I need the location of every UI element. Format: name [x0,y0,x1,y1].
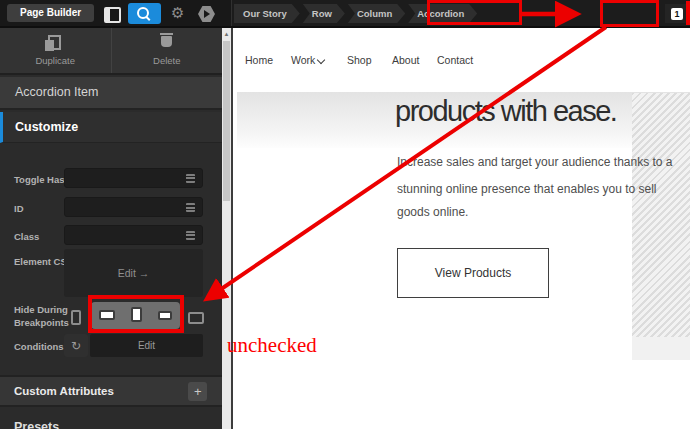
add-attribute-button[interactable]: + [188,382,207,401]
nav-contact[interactable]: Contact [437,54,473,66]
dynamic-content-icon[interactable] [186,231,195,240]
id-label: ID [14,203,24,214]
dynamic-content-icon[interactable] [186,203,195,212]
hero-heading: products with ease. [395,95,616,128]
duplicate-button[interactable]: Duplicate [0,28,112,73]
toggle-hash-input[interactable] [64,168,203,188]
custom-attributes-section: Custom Attributes + [0,375,222,407]
search-icon-handle [146,16,151,21]
view-products-button[interactable]: View Products [397,248,549,298]
delete-label: Delete [112,55,223,66]
chevron-down-icon [317,56,325,64]
toggle-hash-label: Toggle Hash [14,174,70,185]
conditions-edit-button[interactable]: Edit [90,334,203,357]
nav-work[interactable]: Work [291,54,315,66]
sidebar-toggle-fill [106,9,110,21]
breadcrumb-column[interactable]: Column [348,4,405,23]
hero-paragraph-line: goods online. [397,205,468,219]
tablet-landscape-icon [158,311,172,320]
breakpoint-tablet-landscape-button[interactable] [152,307,178,324]
nav-home[interactable]: Home [245,54,273,66]
breakpoint-desktop-button[interactable] [182,302,206,329]
panel-title: Accordion Item [0,77,222,110]
play-glyph [204,10,210,18]
duplicate-icon [48,35,61,50]
breakpoint-selected-group [91,302,180,329]
next-section-label: Presets [14,420,59,429]
sidebar-scrollbar[interactable]: ▲ [222,28,231,429]
hero-paragraph-line: Increase sales and target your audience … [397,155,673,169]
nav-about[interactable]: About [392,54,419,66]
phone-icon [71,310,81,325]
annotation-unchecked-text: unchecked [227,333,317,358]
nav-shop[interactable]: Shop [347,54,372,66]
breadcrumb-accordion[interactable]: Accordion [408,4,477,23]
conditions-refresh-button[interactable]: ↻ [64,334,88,357]
index-badge: 1 [671,8,683,20]
element-css-edit-button[interactable]: Edit → [64,249,203,297]
image-placeholder-foot [632,337,690,360]
conditions-label: Conditions [14,341,64,352]
breakpoint-phone-button[interactable] [64,302,88,329]
hexagon-play-icon[interactable] [198,6,215,22]
image-placeholder-hatch [632,93,690,337]
scroll-up-icon[interactable]: ▲ [222,30,231,38]
top-toolbar: Page Builder ⚙ Our Story Row Column Acco… [0,0,690,28]
breadcrumb-row[interactable]: Row [303,4,345,23]
sidebar-toggle-icon[interactable] [104,7,121,23]
search-button[interactable] [128,3,161,24]
element-actions: Duplicate Delete [0,28,222,75]
annotation-edge-mark [686,1,690,25]
refresh-icon: ↻ [71,339,81,353]
breakpoints-label: Breakpoints [14,317,69,328]
class-input[interactable] [64,225,203,245]
hide-during-label: Hide During [14,304,68,315]
dynamic-content-icon[interactable] [186,174,195,183]
custom-attributes-label: Custom Attributes [14,385,114,397]
settings-sidebar: Duplicate Delete Accordion Item Customiz… [0,28,222,429]
app-window: Page Builder ⚙ Our Story Row Column Acco… [0,0,690,429]
id-input[interactable] [64,197,203,217]
phone-landscape-icon [99,310,115,320]
duplicate-label: Duplicate [0,55,111,66]
hero-paragraph-line: stunning online presence that enables yo… [397,182,657,196]
breadcrumb-our-story[interactable]: Our Story [234,4,300,23]
class-label: Class [14,231,39,242]
tab-customize[interactable]: Customize [0,112,222,143]
desktop-icon [188,312,204,324]
breadcrumb: Our Story Row Column Accordion 1 Accordi… [231,0,690,26]
page-builder-button[interactable]: Page Builder [7,4,94,22]
tablet-icon [131,307,142,322]
breakpoint-tablet-button[interactable] [125,306,148,326]
gear-icon[interactable]: ⚙ [171,4,184,22]
delete-button[interactable]: Delete [112,28,223,73]
page-preview: Home Work Shop About Contact products wi… [231,28,690,429]
breakpoint-phone-landscape-button[interactable] [93,307,121,324]
scrollbar-thumb[interactable] [223,41,230,201]
trash-icon [161,36,172,47]
next-section-partial[interactable]: Presets [0,409,222,429]
